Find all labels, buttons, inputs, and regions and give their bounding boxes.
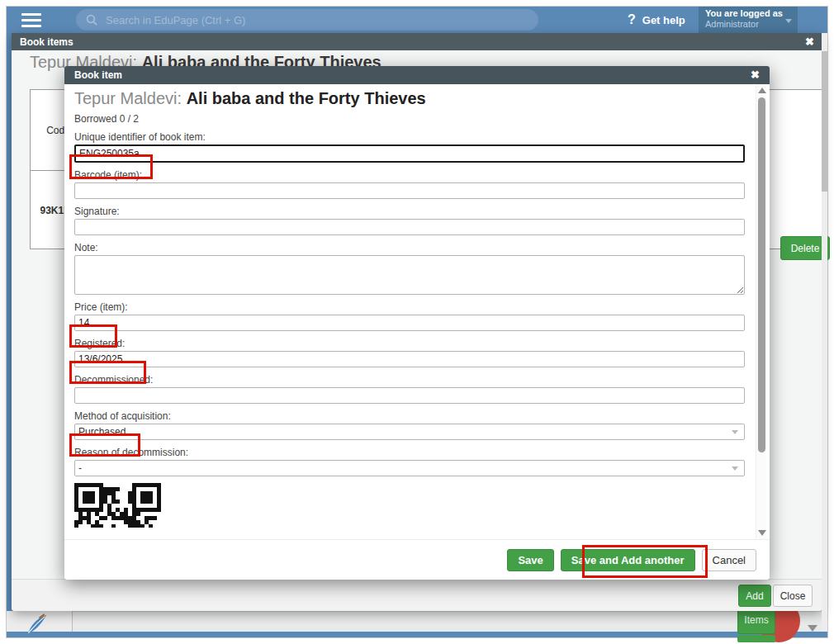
book-item-modal-title: Book item (74, 69, 122, 81)
registered-input[interactable] (74, 351, 745, 367)
save-and-add-another-button[interactable]: Save and Add another (561, 549, 695, 571)
price-input[interactable] (74, 315, 745, 331)
field-label-identifier: Unique identifier of book item: (74, 131, 206, 143)
items-button-partial (737, 635, 775, 642)
reason-selected-value: - (78, 462, 82, 474)
reason-of-decommission-select[interactable]: - (74, 460, 745, 476)
chevron-down-icon (785, 19, 792, 23)
get-help-label: Get help (642, 14, 685, 26)
close-icon[interactable]: ✖ (751, 69, 760, 81)
help-icon: ? (628, 12, 636, 27)
field-label-barcode: Barcode (item): (74, 169, 737, 181)
signature-input[interactable] (74, 219, 745, 235)
book-item-form: Tepur Maldevi: Ali baba and the Forty Th… (64, 84, 746, 539)
modal-book-author: Tepur Maldevi: (74, 89, 187, 107)
modal-scrollbar-thumb[interactable] (758, 97, 765, 452)
identifier-input[interactable] (74, 144, 745, 163)
scroll-down-icon[interactable] (808, 625, 817, 632)
search-input[interactable] (106, 14, 502, 26)
barcode-input[interactable] (74, 182, 745, 199)
book-items-dialog-title: Book items (20, 36, 73, 48)
global-search[interactable] (76, 9, 538, 31)
book-item-modal-header: Book item ✖ (64, 66, 770, 84)
book-items-dialog-footer: Add Close (12, 579, 822, 611)
decommissioned-input[interactable] (74, 387, 745, 404)
qr-code (74, 483, 163, 528)
close-icon[interactable]: ✖ (805, 36, 814, 48)
logged-role: Administrator (705, 19, 791, 29)
logged-as-label: You are logged as (705, 8, 791, 18)
get-help-button[interactable]: ? Get help (628, 7, 685, 33)
method-of-acquisition-select[interactable]: Purchased (74, 424, 745, 440)
dialog-scrollbar-thumb[interactable] (822, 51, 827, 192)
field-label-price: Price (item): (74, 301, 737, 313)
page-bottom-strip (7, 611, 822, 632)
logged-in-user-menu[interactable]: You are logged as Administrator (699, 7, 798, 33)
chevron-down-icon (732, 430, 738, 434)
top-app-bar: ? Get help You are logged as Administrat… (7, 7, 827, 33)
field-label-decommissioned: Decommissioned: (74, 374, 737, 386)
borrowed-status: Borrowed 0 / 2 (74, 113, 737, 125)
scroll-up-icon[interactable] (758, 88, 766, 93)
search-icon (86, 14, 97, 26)
dialog-scrollbar[interactable] (822, 33, 827, 632)
edupage-quill-icon (25, 612, 50, 637)
save-button[interactable]: Save (507, 549, 553, 571)
field-label-note: Note: (74, 242, 737, 253)
chevron-down-icon (732, 466, 738, 471)
field-label-method: Method of acquisition: (74, 410, 737, 422)
method-selected-value: Purchased (78, 426, 126, 438)
cancel-button[interactable]: Cancel (702, 549, 756, 571)
book-item-modal: Book item ✖ Tepur Maldevi: Ali baba and … (64, 66, 770, 580)
modal-book-title: Ali baba and the Forty Thieves (187, 89, 426, 107)
field-label-signature: Signature: (74, 206, 737, 217)
hamburger-menu-icon[interactable] (21, 13, 41, 27)
book-items-dialog-header: Book items ✖ (12, 33, 822, 50)
field-label-reason: Reason of decommission: (74, 447, 737, 458)
field-label-registered: Registered: (74, 338, 737, 349)
book-item-modal-footer: Save Save and Add another Cancel (64, 539, 770, 580)
note-textarea[interactable] (74, 255, 745, 295)
modal-book-heading: Tepur Maldevi: Ali baba and the Forty Th… (74, 89, 737, 108)
scroll-down-icon[interactable] (758, 530, 766, 536)
add-button[interactable]: Add (738, 585, 771, 607)
close-button[interactable]: Close (773, 585, 813, 607)
modal-scrollbar[interactable] (756, 84, 766, 539)
